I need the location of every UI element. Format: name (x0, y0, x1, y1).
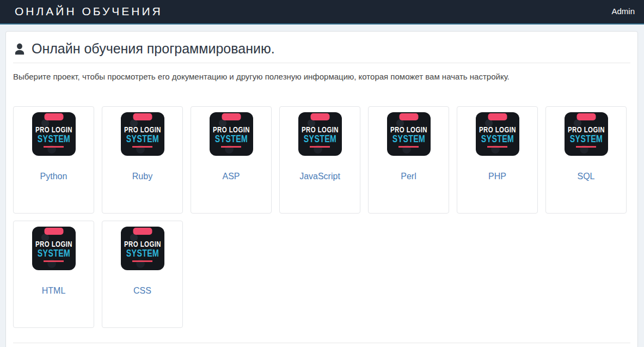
pro-login-system-logo: PRO LOGIN SYSTEM (32, 112, 76, 156)
logo-line1: PRO LOGIN (478, 125, 516, 134)
course-card[interactable]: PRO LOGIN SYSTEM SQL (545, 106, 627, 214)
logo-underline (310, 146, 330, 148)
logo-line2: SYSTEM (567, 133, 605, 144)
admin-link[interactable]: Admin (611, 7, 635, 16)
user-icon (13, 42, 26, 56)
logo-underline (44, 260, 64, 262)
logo-line2: SYSTEM (300, 133, 339, 144)
course-grid: PRO LOGIN SYSTEM Python PRO LOGIN SYSTEM… (12, 106, 631, 328)
bottom-divider (13, 343, 630, 343)
pro-login-system-logo: PRO LOGIN SYSTEM (32, 227, 76, 270)
logo-underline (487, 146, 507, 148)
logo-underline (398, 146, 419, 148)
logo-line2: SYSTEM (212, 133, 250, 144)
header-divider (13, 63, 630, 63)
pro-login-system-logo: PRO LOGIN SYSTEM (387, 112, 431, 156)
logo-line1: PRO LOGIN (34, 239, 72, 248)
logo-tab (44, 113, 63, 120)
logo-line2: SYSTEM (478, 133, 516, 144)
course-label: SQL (546, 172, 626, 181)
course-card[interactable]: PRO LOGIN SYSTEM ASP (191, 106, 272, 214)
pro-login-system-logo: PRO LOGIN SYSTEM (121, 227, 164, 270)
logo-underline (132, 146, 152, 148)
logo-line2: SYSTEM (34, 248, 72, 259)
logo-line1: PRO LOGIN (567, 125, 605, 134)
logo-tab (488, 113, 507, 120)
logo-tab (222, 113, 241, 120)
course-card[interactable]: PRO LOGIN SYSTEM PHP (457, 106, 538, 214)
top-navbar: ОНЛАЙН ОБУЧЕНИЯ Admin (0, 0, 644, 25)
course-label: HTML (14, 286, 94, 296)
pro-login-system-logo: PRO LOGIN SYSTEM (476, 112, 519, 156)
logo-line2: SYSTEM (123, 133, 161, 144)
course-card[interactable]: PRO LOGIN SYSTEM Perl (368, 106, 449, 214)
course-card[interactable]: PRO LOGIN SYSTEM JavaScript (279, 106, 360, 214)
pro-login-system-logo: PRO LOGIN SYSTEM (121, 112, 164, 156)
logo-tab (133, 228, 152, 235)
course-label: Python (14, 172, 94, 181)
course-card[interactable]: PRO LOGIN SYSTEM CSS (102, 221, 183, 328)
logo-line1: PRO LOGIN (300, 125, 339, 134)
course-card[interactable]: PRO LOGIN SYSTEM HTML (13, 221, 94, 328)
logo-underline (44, 146, 64, 148)
page-header: Онлайн обучения программированию. (12, 38, 631, 58)
logo-tab (576, 113, 596, 120)
logo-underline (576, 146, 596, 148)
logo-line1: PRO LOGIN (34, 125, 72, 134)
logo-underline (132, 260, 152, 262)
course-card[interactable]: PRO LOGIN SYSTEM Python (13, 106, 94, 214)
logo-line2: SYSTEM (123, 248, 161, 259)
logo-line2: SYSTEM (389, 133, 427, 144)
logo-tab (44, 228, 63, 235)
course-card[interactable]: PRO LOGIN SYSTEM Ruby (102, 106, 183, 214)
logo-line1: PRO LOGIN (123, 239, 161, 248)
pro-login-system-logo: PRO LOGIN SYSTEM (210, 112, 253, 156)
logo-tab (399, 113, 418, 120)
pro-login-system-logo: PRO LOGIN SYSTEM (565, 112, 608, 156)
course-label: PHP (457, 172, 537, 181)
logo-tab (133, 113, 152, 120)
logo-line1: PRO LOGIN (389, 125, 427, 134)
main-panel: Онлайн обучения программированию. Выбери… (5, 31, 638, 347)
logo-line1: PRO LOGIN (212, 125, 250, 134)
course-label: Ruby (102, 172, 182, 181)
logo-line2: SYSTEM (34, 133, 72, 144)
logo-tab (310, 113, 329, 120)
course-label: JavaScript (280, 172, 360, 181)
logo-underline (221, 146, 241, 148)
intro-text: Выберите проект, чтобы просмотреть его д… (13, 71, 630, 82)
course-label: Perl (369, 172, 449, 181)
logo-line1: PRO LOGIN (123, 125, 161, 134)
course-label: ASP (191, 172, 271, 181)
course-label: CSS (102, 286, 182, 296)
navbar-brand[interactable]: ОНЛАЙН ОБУЧЕНИЯ (15, 5, 163, 18)
pro-login-system-logo: PRO LOGIN SYSTEM (298, 112, 342, 156)
page-title: Онлайн обучения программированию. (32, 39, 275, 58)
